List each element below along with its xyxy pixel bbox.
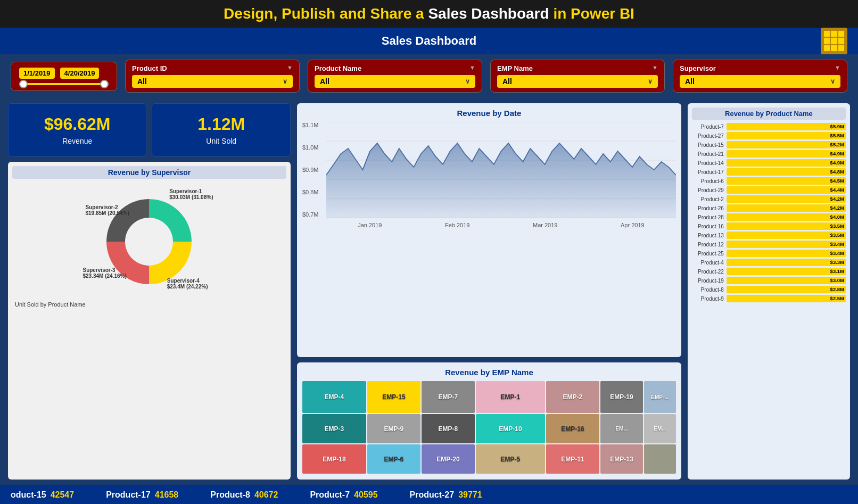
date-slider[interactable] bbox=[19, 83, 109, 85]
bar-value-1: $5.5M bbox=[830, 132, 844, 139]
emp-cell-6[interactable]: EMP-6 bbox=[367, 444, 420, 474]
bar-row-9: Product-26$4.2M bbox=[692, 204, 846, 212]
units-label: Unit Sold bbox=[160, 137, 282, 145]
units-card: 1.12M Unit Sold bbox=[152, 103, 290, 156]
units-value: 1.12M bbox=[160, 114, 282, 134]
ticker-item-0: oduct-15 42547 bbox=[11, 490, 74, 500]
slider-thumb-left[interactable] bbox=[19, 80, 28, 88]
emp-cell-8[interactable]: EMP-8 bbox=[422, 414, 475, 443]
bar-track-6[interactable]: $4.5M bbox=[727, 177, 846, 185]
bar-track-4[interactable]: $4.9M bbox=[727, 159, 846, 167]
y-label: $1.1M bbox=[302, 122, 324, 128]
bar-value-2: $5.2M bbox=[830, 141, 844, 148]
emp-cell-more1[interactable]: EMP-... bbox=[644, 381, 676, 413]
bar-track-18[interactable]: $2.8M bbox=[727, 286, 846, 293]
bar-row-1: Product-27$5.5M bbox=[692, 132, 846, 139]
bar-track-14[interactable]: $3.4M bbox=[727, 250, 846, 257]
ticker-value-2: 40672 bbox=[254, 490, 278, 500]
bar-row-19: Product-9$2.5M bbox=[692, 295, 846, 302]
emp-cell-4[interactable]: EMP-4 bbox=[302, 381, 366, 413]
bar-label-17: Product-19 bbox=[692, 278, 727, 284]
emp-cell-10[interactable]: EMP-10 bbox=[476, 414, 545, 443]
supervisor-filter[interactable]: Supervisor ▼ All ∨ bbox=[673, 60, 847, 93]
emp-cell-7[interactable]: EMP-7 bbox=[422, 381, 475, 413]
bar-value-14: $3.4M bbox=[830, 250, 844, 257]
bar-track-3[interactable]: $4.9M bbox=[727, 150, 846, 158]
emp-cell-16[interactable]: EMP-16 bbox=[546, 414, 599, 443]
bar-label-2: Product-15 bbox=[692, 142, 727, 148]
bar-row-0: Product-7$5.9M bbox=[692, 123, 846, 130]
emp-cell-15[interactable]: EMP-15 bbox=[367, 381, 420, 413]
bar-track-7[interactable]: $4.4M bbox=[727, 186, 846, 194]
product-id-value[interactable]: All ∨ bbox=[132, 75, 293, 88]
bar-label-14: Product-25 bbox=[692, 251, 727, 257]
title-bar: Design, Publish and Share a Sales Dashbo… bbox=[0, 0, 858, 28]
bar-track-15[interactable]: $3.3M bbox=[727, 259, 846, 266]
bar-value-0: $5.9M bbox=[830, 123, 844, 130]
left-column: $96.62M Revenue 1.12M Unit Sold Revenue … bbox=[8, 103, 291, 480]
emp-cell-13[interactable]: EMP-13 bbox=[600, 444, 643, 474]
date-filter[interactable]: 1/1/2019 4/20/2019 bbox=[11, 62, 117, 91]
bar-track-13[interactable]: $3.4M bbox=[727, 241, 846, 248]
slider-track[interactable] bbox=[19, 83, 109, 85]
emp-cell-1[interactable]: EMP-1 bbox=[476, 381, 545, 413]
emp-cell-3[interactable]: EMP-3 bbox=[302, 414, 366, 443]
bar-label-11: Product-16 bbox=[692, 224, 727, 229]
bar-value-4: $4.9M bbox=[830, 159, 844, 167]
grid-cell bbox=[824, 38, 830, 44]
product-name-filter[interactable]: Product Name ▼ All ∨ bbox=[308, 60, 482, 93]
emp-cell-2[interactable]: EMP-2 bbox=[546, 381, 599, 413]
bar-row-6: Product-6$4.5M bbox=[692, 177, 846, 185]
emp-cell-9[interactable]: EMP-9 bbox=[367, 414, 420, 443]
bar-track-8[interactable]: $4.2M bbox=[727, 195, 846, 203]
bar-track-19[interactable]: $2.5M bbox=[727, 295, 846, 302]
emp-cell-20[interactable]: EMP-20 bbox=[422, 444, 475, 474]
bar-track-1[interactable]: $5.5M bbox=[727, 132, 846, 139]
title-part2: Sales Dashboard bbox=[428, 5, 549, 22]
slider-thumb-right[interactable] bbox=[100, 80, 109, 88]
product-name-value[interactable]: All ∨ bbox=[315, 75, 475, 88]
sup4-label: Supervisor-4 $23.4M (24.22%) bbox=[167, 278, 208, 290]
bar-track-12[interactable]: $3.5M bbox=[727, 232, 846, 239]
donut-container: Supervisor-1 $30.03M (31.08%) Supervisor… bbox=[75, 183, 224, 300]
bar-track-5[interactable]: $4.8M bbox=[727, 168, 846, 176]
bar-label-12: Product-13 bbox=[692, 233, 727, 238]
emp-name-filter[interactable]: EMP Name ▼ All ∨ bbox=[490, 60, 665, 93]
emp-cell-18[interactable]: EMP-18 bbox=[302, 444, 366, 474]
bar-value-19: $2.5M bbox=[830, 295, 844, 302]
ticker-bar: oduct-15 42547 Product-17 41658 Product-… bbox=[0, 485, 858, 504]
bar-value-6: $4.5M bbox=[830, 177, 844, 185]
bar-track-11[interactable]: $3.5M bbox=[727, 222, 846, 230]
emp-cell-more3[interactable]: EM... bbox=[644, 414, 676, 443]
treemap[interactable]: EMP-4 EMP-15 EMP-7 EMP-1 EMP-2 EMP-19 EM… bbox=[302, 381, 676, 474]
emp-cell-more4[interactable] bbox=[644, 444, 676, 474]
ticker-product-1: Product-17 bbox=[106, 490, 151, 500]
emp-cell-19[interactable]: EMP-19 bbox=[600, 381, 643, 413]
product-id-filter[interactable]: Product ID ▼ All ∨ bbox=[125, 60, 300, 93]
sup1-label: Supervisor-1 $30.03M (31.08%) bbox=[169, 188, 213, 200]
date-values: 1/1/2019 4/20/2019 bbox=[19, 68, 109, 79]
bar-track-10[interactable]: $4.0M bbox=[727, 213, 846, 221]
bar-track-16[interactable]: $3.1M bbox=[727, 268, 846, 275]
supervisor-value[interactable]: All ∨ bbox=[680, 75, 840, 88]
emp-cell-5[interactable]: EMP-5 bbox=[476, 444, 545, 474]
emp-cell-11[interactable]: EMP-11 bbox=[546, 444, 599, 474]
bar-track-0[interactable]: $5.9M bbox=[727, 123, 846, 130]
x-axis-labels: Jan 2019 Feb 2019 Mar 2019 Apr 2019 bbox=[326, 222, 676, 228]
revenue-date-title: Revenue by Date bbox=[302, 109, 676, 118]
bar-value-15: $3.3M bbox=[830, 259, 844, 266]
bar-row-17: Product-19$3.0M bbox=[692, 277, 846, 284]
bar-label-1: Product-27 bbox=[692, 133, 727, 139]
bar-track-17[interactable]: $3.0M bbox=[727, 277, 846, 284]
revenue-label: Revenue bbox=[16, 137, 138, 145]
bar-track-2[interactable]: $5.2M bbox=[727, 141, 846, 148]
bar-label-10: Product-28 bbox=[692, 214, 727, 220]
ticker-product-4: Product-27 bbox=[410, 490, 455, 500]
product-revenue-title: Revenue by Product Name bbox=[692, 108, 846, 120]
bar-label-19: Product-9 bbox=[692, 296, 727, 302]
emp-cell-more2[interactable]: EM... bbox=[600, 414, 643, 443]
emp-name-value[interactable]: All ∨ bbox=[497, 75, 658, 88]
bar-track-9[interactable]: $4.2M bbox=[727, 204, 846, 212]
bar-value-18: $2.8M bbox=[830, 286, 844, 293]
main-content: $96.62M Revenue 1.12M Unit Sold Revenue … bbox=[0, 98, 858, 485]
